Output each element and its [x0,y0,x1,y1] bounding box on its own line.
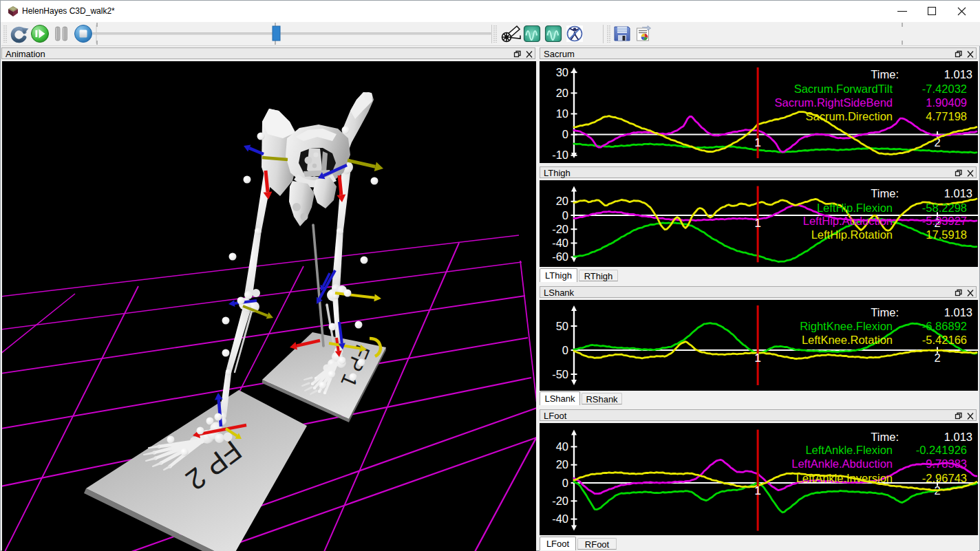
svg-text:-2.96743: -2.96743 [922,472,967,484]
svg-text:-20: -20 [552,495,568,507]
svg-text:50: 50 [556,320,568,332]
svg-text:LeftHip.Rotation: LeftHip.Rotation [811,228,893,241]
svg-text:17.5918: 17.5918 [926,228,967,241]
svg-text:Time:: Time: [871,431,899,443]
svg-text:LeftAnkle.Inversion: LeftAnkle.Inversion [796,472,893,484]
svg-text:1.013: 1.013 [944,431,972,443]
svg-text:Sacrum.RightSideBend: Sacrum.RightSideBend [774,96,893,109]
svg-text:-6.86892: -6.86892 [922,320,967,332]
svg-text:-60: -60 [552,250,568,263]
svg-text:10: 10 [556,107,568,120]
svg-text:Sacrum.Direction: Sacrum.Direction [805,110,893,122]
svg-text:Sacrum.ForwardTilt: Sacrum.ForwardTilt [794,83,893,95]
svg-text:LeftKnee.Rotation: LeftKnee.Rotation [802,334,893,346]
svg-text:-40: -40 [552,512,568,525]
svg-text:Time:: Time: [871,68,899,80]
svg-text:1.90409: 1.90409 [926,96,967,109]
svg-text:0: 0 [562,344,568,356]
svg-text:0: 0 [562,477,568,489]
svg-text:1: 1 [754,136,760,149]
svg-text:LeftHip.Abduction: LeftHip.Abduction [803,215,893,227]
svg-text:30: 30 [556,66,568,78]
svg-text:Time:: Time: [871,306,899,318]
svg-text:-20: -20 [552,223,568,235]
svg-text:-5.33927: -5.33927 [922,215,967,227]
svg-text:40: 40 [556,440,568,453]
svg-text:LeftAnkle.Abduction: LeftAnkle.Abduction [791,457,893,470]
svg-text:LeftAnkle.Flexion: LeftAnkle.Flexion [805,444,893,456]
svg-text:RightKnee.Flexion: RightKnee.Flexion [800,320,893,332]
svg-text:1: 1 [754,217,760,229]
svg-text:9.78383: 9.78383 [926,457,967,470]
svg-text:0: 0 [562,128,568,140]
svg-text:1.013: 1.013 [944,68,972,80]
svg-text:-7.42032: -7.42032 [922,83,967,95]
svg-text:0: 0 [562,209,568,222]
svg-text:1.013: 1.013 [944,306,972,318]
svg-text:-0.241926: -0.241926 [916,444,967,456]
svg-text:-58.2298: -58.2298 [922,202,967,214]
svg-text:4.77198: 4.77198 [926,110,967,122]
svg-text:LeftHip.Flexion: LeftHip.Flexion [817,202,893,214]
svg-text:1: 1 [754,352,760,364]
svg-text:-50: -50 [552,368,568,380]
svg-text:2: 2 [934,352,940,364]
svg-text:20: 20 [556,458,568,471]
svg-text:-40: -40 [552,237,568,249]
svg-text:20: 20 [556,87,568,99]
svg-text:-5.42166: -5.42166 [922,334,967,346]
svg-text:1.013: 1.013 [944,187,972,199]
svg-text:Time:: Time: [871,187,899,199]
svg-text:20: 20 [556,195,568,207]
svg-text:-10: -10 [552,149,568,161]
svg-text:1: 1 [754,484,760,497]
